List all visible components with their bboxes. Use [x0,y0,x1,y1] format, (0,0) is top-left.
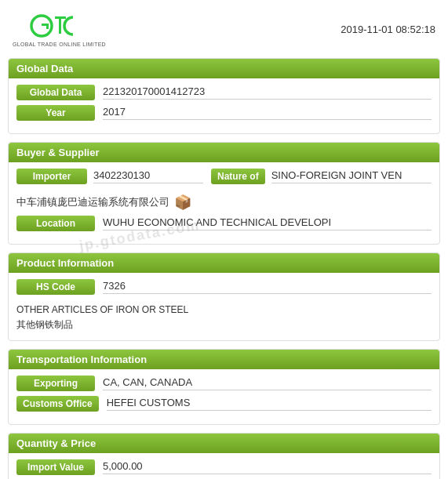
global-data-label: Global Data [16,85,95,100]
product-card: Product Information HS Code 7326 OTHER A… [8,252,440,341]
quantity-price-header: Quantity & Price [9,434,439,453]
svg-rect-4 [59,16,61,34]
importer-row: Importer 3402230130 Nature of SINO-FOREI… [16,169,432,184]
quantity-price-body: Import Value 5,000.00 [9,459,439,475]
import-value-label: Import Value [16,459,95,475]
importer-value: 3402230130 [93,169,203,183]
nature-of-label: Nature of [211,169,265,184]
product-header: Product Information [9,253,439,273]
customs-label: Customs Office [16,396,99,412]
header: GLOBAL TRADE ONLINE LIMITED 2019-11-01 0… [8,8,440,50]
exporting-label: Exporting [16,376,95,391]
logo-icon [27,11,90,41]
svg-rect-2 [46,24,49,29]
import-value-row: Import Value 5,000.00 [16,459,432,475]
exporting-value: CA, CAN, CANADA [103,376,432,390]
import-value-value: 5,000.00 [103,460,432,474]
product-body: HS Code 7326 [9,279,439,295]
buyer-supplier-body: Importer 3402230130 Nature of SINO-FOREI… [9,169,439,184]
company-name: 中车浦镇庞巴迪运输系统有限公司 [16,195,169,209]
location-area: Location WUHU ECONOMIC AND TECHNICAL DEV… [9,216,439,231]
company-area: 中车浦镇庞巴迪运输系统有限公司 📦 [9,189,439,216]
product-desc-en: OTHER ARTICLES OF IRON OR STEEL [16,303,432,318]
location-value: WUHU ECONOMIC AND TECHNICAL DEVELOPI [103,216,432,230]
logo-container: GLOBAL TRADE ONLINE LIMITED [13,11,106,47]
hs-code-row: HS Code 7326 [16,279,432,295]
global-data-body: Global Data 221320170001412723 Year 2017 [9,85,439,121]
global-data-value: 221320170001412723 [103,85,432,100]
product-desc-cn: 其他钢铁制品 [16,318,432,332]
transport-header: Transportation Information [9,350,439,369]
importer-label: Importer [16,169,87,184]
transport-card: Transportation Information Exporting CA,… [8,349,440,425]
quantity-price-card: Quantity & Price Import Value 5,000.00 [8,433,440,479]
product-description: OTHER ARTICLES OF IRON OR STEEL 其他钢铁制品 [9,299,439,332]
package-icon: 📦 [174,194,191,211]
global-data-row: Global Data 221320170001412723 [16,85,432,100]
hs-code-value: 7326 [103,280,432,294]
hs-code-label: HS Code [16,279,95,295]
location-label: Location [16,216,95,231]
buyer-supplier-header: Buyer & Supplier [9,143,439,162]
year-row: Year 2017 [16,105,432,121]
global-data-card: Global Data Global Data 2213201700014127… [8,58,440,134]
global-data-header: Global Data [9,59,439,78]
exporting-row: Exporting CA, CAN, CANADA [16,376,432,391]
year-label: Year [16,105,95,121]
customs-value: HEFEI CUSTOMS [107,397,432,411]
logo-tagline: GLOBAL TRADE ONLINE LIMITED [13,42,106,47]
location-row: Location WUHU ECONOMIC AND TECHNICAL DEV… [16,216,432,231]
buyer-supplier-card: Buyer & Supplier Importer 3402230130 Nat… [8,142,440,245]
customs-row: Customs Office HEFEI CUSTOMS [16,396,432,412]
transport-body: Exporting CA, CAN, CANADA Customs Office… [9,376,439,412]
year-value: 2017 [103,106,432,120]
timestamp: 2019-11-01 08:52:18 [341,24,435,35]
page-wrapper: GLOBAL TRADE ONLINE LIMITED 2019-11-01 0… [0,0,448,479]
nature-of-value: SINO-FOREIGN JOINT VEN [271,169,432,183]
